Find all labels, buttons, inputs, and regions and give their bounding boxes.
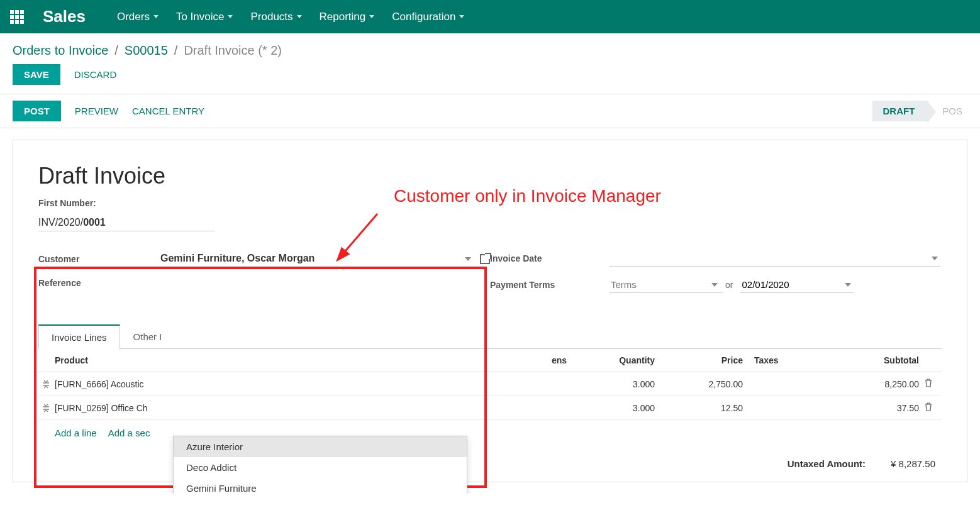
th-subtotal: Subtotal <box>818 355 919 365</box>
cell-price[interactable]: 2,750.00 <box>655 379 743 389</box>
post-button[interactable]: POST <box>13 101 61 121</box>
caret-down-icon <box>297 15 302 18</box>
invoice-date-label: Invoice Date <box>490 253 610 263</box>
customer-input[interactable] <box>159 250 460 268</box>
untaxed-amount-value: ¥ 8,287.50 <box>891 458 935 469</box>
preview-button[interactable]: PREVIEW <box>75 106 118 116</box>
delete-row-icon[interactable] <box>919 379 938 389</box>
cell-product[interactable]: [FURN_6666] Acoustic <box>55 379 354 389</box>
dropdown-caret-icon[interactable] <box>932 257 938 260</box>
cancel-entry-button[interactable]: CANCEL ENTRY <box>132 106 204 116</box>
page-title: Draft Invoice <box>38 163 942 189</box>
nav-reporting[interactable]: Reporting <box>320 11 375 23</box>
nav-configuration[interactable]: Configuration <box>392 11 464 23</box>
invoice-date-input[interactable] <box>610 250 940 267</box>
first-number-field[interactable]: INV/2020/0001 <box>38 217 214 231</box>
nav-orders[interactable]: Orders <box>117 11 159 23</box>
breadcrumb: Orders to Invoice / S00015 / Draft Invoi… <box>0 33 980 64</box>
table-row[interactable]: [FURN_0269] Office Ch 3.000 12.50 37.50 <box>38 396 942 420</box>
untaxed-amount-label: Untaxed Amount: <box>788 458 866 469</box>
or-separator: or <box>725 280 733 290</box>
customer-label: Customer <box>38 254 159 264</box>
add-section-link[interactable]: Add a sec <box>108 428 150 438</box>
breadcrumb-s00015[interactable]: S00015 <box>125 43 168 58</box>
top-nav: Sales Orders To Invoice Products Reporti… <box>0 0 980 33</box>
svg-line-0 <box>338 214 377 259</box>
annotation-arrow-icon <box>327 207 384 270</box>
cell-subtotal: 8,250.00 <box>818 379 919 389</box>
drag-handle-icon[interactable] <box>42 380 55 389</box>
table-header: Product ens Quantity Price Taxes Subtota… <box>38 349 942 372</box>
cell-qty[interactable]: 3.000 <box>567 379 655 389</box>
apps-icon[interactable] <box>10 10 24 24</box>
dropdown-item[interactable]: Azure Interior <box>174 436 467 457</box>
dropdown-item[interactable]: Gemini Furniture <box>174 478 467 494</box>
dropdown-caret-icon[interactable] <box>465 257 471 261</box>
status-bar: DRAFT POS <box>872 101 967 121</box>
cell-product[interactable]: [FURN_0269] Office Ch <box>55 403 354 413</box>
cell-qty[interactable]: 3.000 <box>567 403 655 413</box>
caret-down-icon <box>153 15 159 18</box>
payment-terms-input[interactable] <box>610 277 723 293</box>
add-line-link[interactable]: Add a line <box>55 428 97 438</box>
brand-title[interactable]: Sales <box>43 7 86 26</box>
dropdown-caret-icon[interactable] <box>845 283 851 287</box>
status-draft[interactable]: DRAFT <box>872 101 927 121</box>
delete-row-icon[interactable] <box>919 402 938 413</box>
th-taxes: Taxes <box>743 355 818 365</box>
cell-price[interactable]: 12.50 <box>655 403 743 413</box>
action-bar-2: POST PREVIEW CANCEL ENTRY DRAFT POS <box>0 94 980 128</box>
reference-label: Reference <box>38 278 159 288</box>
discard-button[interactable]: DISCARD <box>74 69 117 80</box>
caret-down-icon <box>459 15 464 18</box>
tabs: Invoice Lines Other I <box>38 324 942 349</box>
customer-dropdown[interactable]: Azure Interior Deco Addict Gemini Furnit… <box>173 436 467 494</box>
nav-products[interactable]: Products <box>250 11 301 23</box>
due-date-input[interactable] <box>740 277 854 293</box>
caret-down-icon <box>228 15 233 18</box>
tab-other-info[interactable]: Other I <box>120 324 175 348</box>
table-row[interactable]: [FURN_6666] Acoustic 3.000 2,750.00 8,25… <box>38 372 942 396</box>
th-label: ens <box>354 355 567 365</box>
cell-subtotal: 37.50 <box>818 403 919 413</box>
dropdown-caret-icon[interactable] <box>711 283 718 287</box>
caret-down-icon <box>369 15 374 18</box>
tab-invoice-lines[interactable]: Invoice Lines <box>38 324 120 349</box>
save-button[interactable]: SAVE <box>13 64 60 85</box>
annotation-text: Customer only in Invoice Manager <box>394 186 661 206</box>
payment-terms-label: Payment Terms <box>490 280 610 290</box>
th-quantity: Quantity <box>567 355 655 365</box>
breadcrumb-orders-to-invoice[interactable]: Orders to Invoice <box>13 43 108 58</box>
breadcrumb-current: Draft Invoice (* 2) <box>184 43 282 58</box>
external-link-icon[interactable] <box>480 254 490 264</box>
drag-handle-icon[interactable] <box>42 404 55 412</box>
action-bar-1: SAVE DISCARD <box>0 64 980 94</box>
th-product: Product <box>55 355 354 365</box>
th-price: Price <box>655 355 743 365</box>
nav-to-invoice[interactable]: To Invoice <box>176 11 233 23</box>
nav-menu: Orders To Invoice Products Reporting Con… <box>117 11 464 23</box>
dropdown-item[interactable]: Deco Addict <box>174 457 467 478</box>
customer-field[interactable] <box>159 250 490 268</box>
invoice-lines-table: Product ens Quantity Price Taxes Subtota… <box>38 349 942 446</box>
